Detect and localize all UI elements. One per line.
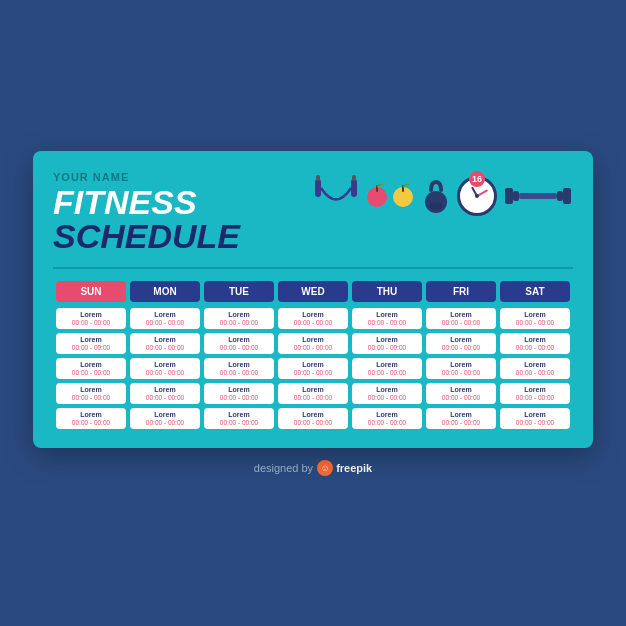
cell-time: 00:00 - 00:00 [356,344,418,351]
cell-label: Lorem [430,386,492,393]
cell-time: 00:00 - 00:00 [134,369,196,376]
schedule-row-3: Lorem00:00 - 00:00Lorem00:00 - 00:00Lore… [55,382,571,405]
cell-label: Lorem [430,361,492,368]
cell-label: Lorem [134,336,196,343]
cell-time: 00:00 - 00:00 [208,319,270,326]
svg-rect-2 [316,175,320,181]
apple-red-icon [365,180,389,212]
cell-label: Lorem [430,311,492,318]
schedule-cell: Lorem00:00 - 00:00 [130,308,200,329]
cell-time: 00:00 - 00:00 [504,369,566,376]
freepik-icon: ☺ [317,460,333,476]
cell-label: Lorem [504,411,566,418]
days-header-row: SUNMONTUEWEDTHUFRISAT [55,281,571,305]
cell-label: Lorem [208,411,270,418]
schedule-cell: Lorem00:00 - 00:00 [426,308,496,329]
cell-time: 00:00 - 00:00 [356,319,418,326]
cell-label: Lorem [356,311,418,318]
schedule-cell: Lorem00:00 - 00:00 [204,358,274,379]
schedule-cell: Lorem00:00 - 00:00 [426,333,496,354]
cell-time: 00:00 - 00:00 [282,369,344,376]
equipment-icons: 16 [313,171,573,221]
cell-label: Lorem [356,386,418,393]
fruits-group [365,180,415,212]
clock-icon: 16 [457,176,497,216]
day-header-mon: MON [130,281,200,302]
schedule-cell: Lorem00:00 - 00:00 [352,308,422,329]
schedule-cell: Lorem00:00 - 00:00 [352,358,422,379]
cell-time: 00:00 - 00:00 [60,344,122,351]
cell-time: 00:00 - 00:00 [134,394,196,401]
schedule-cell: Lorem00:00 - 00:00 [352,333,422,354]
svg-rect-11 [513,191,519,201]
schedule-cell: Lorem00:00 - 00:00 [352,383,422,404]
schedule-cell: Lorem00:00 - 00:00 [278,408,348,429]
cell-time: 00:00 - 00:00 [134,344,196,351]
freepik-brand: freepik [336,462,372,474]
title-area: YOUR NAME FITNESS SCHEDULE [53,171,313,253]
cell-label: Lorem [60,311,122,318]
schedule-cell: Lorem00:00 - 00:00 [500,383,570,404]
svg-rect-14 [563,188,571,204]
cell-time: 00:00 - 00:00 [430,419,492,426]
svg-rect-10 [505,188,513,204]
schedule-cell: Lorem00:00 - 00:00 [204,308,274,329]
schedule-row-2: Lorem00:00 - 00:00Lorem00:00 - 00:00Lore… [55,357,571,380]
schedule-cell: Lorem00:00 - 00:00 [426,408,496,429]
cell-label: Lorem [504,336,566,343]
schedule-cell: Lorem00:00 - 00:00 [500,308,570,329]
schedule-cell: Lorem00:00 - 00:00 [352,408,422,429]
svg-rect-13 [557,191,563,201]
cell-label: Lorem [60,386,122,393]
day-header-sun: SUN [56,281,126,302]
schedule-cell: Lorem00:00 - 00:00 [500,333,570,354]
schedule-cell: Lorem00:00 - 00:00 [204,383,274,404]
cell-time: 00:00 - 00:00 [356,394,418,401]
schedule-cell: Lorem00:00 - 00:00 [130,408,200,429]
cell-time: 00:00 - 00:00 [356,369,418,376]
svg-rect-3 [352,175,356,181]
cell-time: 00:00 - 00:00 [356,419,418,426]
cell-label: Lorem [356,336,418,343]
cell-time: 00:00 - 00:00 [60,394,122,401]
day-header-sat: SAT [500,281,570,302]
schedule-cell: Lorem00:00 - 00:00 [500,408,570,429]
header-section: YOUR NAME FITNESS SCHEDULE [53,171,573,253]
designed-by-label: designed by [254,462,313,474]
schedule-cell: Lorem00:00 - 00:00 [204,333,274,354]
cell-label: Lorem [504,311,566,318]
divider [53,267,573,269]
cell-time: 00:00 - 00:00 [282,344,344,351]
schedule-cell: Lorem00:00 - 00:00 [56,333,126,354]
day-header-fri: FRI [426,281,496,302]
schedule-label: SCHEDULE [53,219,313,253]
cell-label: Lorem [504,361,566,368]
cell-label: Lorem [208,386,270,393]
cell-time: 00:00 - 00:00 [430,344,492,351]
schedule-cell: Lorem00:00 - 00:00 [500,358,570,379]
cell-label: Lorem [356,361,418,368]
svg-point-9 [429,202,443,210]
schedule-cell: Lorem00:00 - 00:00 [278,358,348,379]
cell-time: 00:00 - 00:00 [282,319,344,326]
svg-rect-1 [351,179,357,197]
cell-label: Lorem [282,386,344,393]
schedule-cell: Lorem00:00 - 00:00 [56,358,126,379]
cell-label: Lorem [356,411,418,418]
cell-label: Lorem [208,361,270,368]
cell-time: 00:00 - 00:00 [134,319,196,326]
your-name-label: YOUR NAME [53,171,313,183]
schedule-cell: Lorem00:00 - 00:00 [130,383,200,404]
cell-label: Lorem [430,336,492,343]
clock-date: 16 [469,171,485,187]
cell-label: Lorem [282,311,344,318]
svg-rect-12 [519,193,557,199]
fitness-schedule-card: YOUR NAME FITNESS SCHEDULE [33,151,593,448]
schedule-cell: Lorem00:00 - 00:00 [426,383,496,404]
schedule-cell: Lorem00:00 - 00:00 [56,408,126,429]
cell-time: 00:00 - 00:00 [430,394,492,401]
cell-label: Lorem [282,336,344,343]
cell-label: Lorem [430,411,492,418]
freepik-logo: ☺ freepik [317,460,372,476]
dumbbell-icon [503,181,573,211]
